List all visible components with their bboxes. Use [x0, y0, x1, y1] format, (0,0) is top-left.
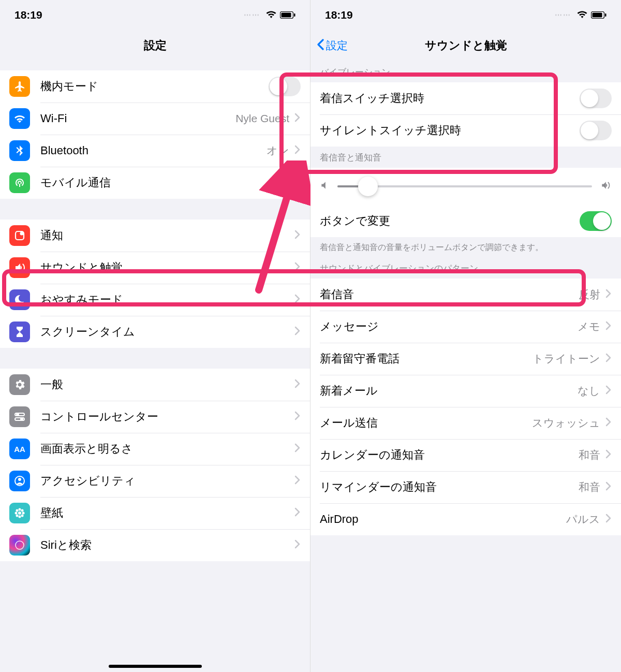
row-silent-switch[interactable]: サイレントスイッチ選択時	[310, 114, 621, 147]
svg-point-4	[20, 232, 24, 236]
row-display[interactable]: AA画面表示と明るさ	[0, 433, 310, 465]
status-right: ⋯⋯	[555, 11, 607, 19]
airplane-label: 機内モード	[40, 79, 269, 94]
flower-icon	[9, 503, 30, 523]
text-label: メッセージ	[320, 319, 578, 334]
ringer-header: 着信音と通知音	[310, 147, 621, 168]
row-ringtone[interactable]: 着信音反射	[310, 279, 621, 311]
row-bluetooth[interactable]: Bluetoothオン	[0, 135, 310, 167]
chevron-right-icon	[605, 321, 612, 332]
row-airdrop[interactable]: AirDropパルス	[310, 503, 621, 535]
row-button-change[interactable]: ボタンで変更	[310, 205, 621, 237]
battery-icon	[280, 11, 295, 19]
row-voicemail[interactable]: 新着留守番電話トライトーン	[310, 343, 621, 375]
wallpaper-label: 壁紙	[40, 505, 294, 521]
row-accessibility[interactable]: アクセシビリティ	[0, 465, 310, 497]
display-label: 画面表示と明るさ	[40, 441, 294, 457]
svg-point-21	[16, 541, 24, 549]
back-label: 設定	[326, 38, 348, 53]
page-title: サウンドと触覚	[425, 38, 507, 53]
newmail-value: なし	[578, 384, 600, 398]
siri-icon	[9, 535, 30, 556]
svg-rect-1	[282, 13, 291, 18]
home-indicator[interactable]	[109, 665, 202, 668]
svg-rect-23	[593, 13, 602, 18]
calendar-value: 和音	[579, 448, 600, 462]
silent-switch-toggle[interactable]	[580, 121, 612, 140]
settings-list[interactable]: 機内モードWi-FiNyle GuestBluetoothオンモバイル通信通知サ…	[0, 61, 310, 672]
moon-icon	[9, 289, 30, 310]
row-wallpaper[interactable]: 壁紙	[0, 497, 310, 529]
svg-point-6	[17, 414, 19, 416]
row-sounds[interactable]: サウンドと触覚	[0, 252, 310, 284]
chevron-right-icon	[294, 326, 301, 338]
bluetooth-value: オン	[267, 143, 289, 158]
sounds-list[interactable]: バイブレーション着信スイッチ選択時サイレントスイッチ選択時着信音と通知音ボタンで…	[310, 61, 621, 672]
text-value: メモ	[578, 319, 600, 334]
row-sentmail[interactable]: メール送信スウォッシュ	[310, 407, 621, 439]
row-reminder[interactable]: リマインダーの通知音和音	[310, 471, 621, 503]
row-wifi[interactable]: Wi-FiNyle Guest	[0, 103, 310, 135]
chevron-left-icon	[317, 39, 325, 53]
status-bar: 18:19 ⋯⋯	[0, 0, 310, 30]
chevron-right-icon	[605, 449, 612, 461]
notif-icon	[9, 225, 30, 246]
reminder-value: 和音	[579, 480, 600, 494]
settings-screen: 18:19 ⋯⋯ 設定 機内モードWi-FiNyle GuestBluetoot…	[0, 0, 310, 672]
row-dnd[interactable]: おやすみモード	[0, 284, 310, 316]
airplane-icon	[9, 76, 30, 97]
back-button[interactable]: 設定	[317, 38, 348, 53]
sentmail-value: スウォッシュ	[532, 416, 600, 430]
row-siri[interactable]: Siriと検索	[0, 529, 310, 561]
accessibility-label: アクセシビリティ	[40, 473, 294, 489]
status-time: 18:19	[325, 9, 353, 21]
svg-point-17	[16, 509, 19, 512]
newmail-label: 新着メール	[320, 383, 578, 399]
ring-switch-toggle[interactable]	[580, 89, 612, 108]
chevron-right-icon	[294, 539, 301, 551]
control-label: コントロールセンター	[40, 409, 294, 425]
switches-icon	[9, 406, 30, 427]
button-change-label: ボタンで変更	[320, 213, 580, 229]
siri-label: Siriと検索	[40, 537, 294, 553]
wifi-label: Wi-Fi	[40, 112, 235, 125]
chevron-right-icon	[605, 481, 612, 493]
silent-switch-label: サイレントスイッチ選択時	[320, 123, 580, 138]
ringtone-value: 反射	[579, 287, 600, 302]
airdrop-label: AirDrop	[320, 513, 566, 526]
status-bar: 18:19 ⋯⋯	[310, 0, 621, 30]
row-general[interactable]: 一般	[0, 369, 310, 401]
volume-low-icon	[320, 180, 330, 193]
row-screentime[interactable]: スクリーンタイム	[0, 316, 310, 348]
chevron-right-icon	[294, 113, 301, 124]
row-cellular[interactable]: モバイル通信	[0, 167, 310, 199]
volume-slider[interactable]	[337, 185, 592, 187]
svg-point-11	[18, 478, 21, 481]
row-airplane[interactable]: 機内モード	[0, 70, 310, 103]
bluetooth-icon	[9, 140, 30, 161]
dnd-label: おやすみモード	[40, 292, 294, 308]
svg-point-13	[19, 508, 21, 511]
row-notifications[interactable]: 通知	[0, 220, 310, 252]
row-text[interactable]: メッセージメモ	[310, 311, 621, 343]
svg-point-19	[16, 515, 19, 517]
row-calendar[interactable]: カレンダーの通知音和音	[310, 439, 621, 471]
wifi-icon	[576, 11, 588, 19]
voicemail-label: 新着留守番電話	[320, 351, 533, 367]
cellular-dots-icon: ⋯⋯	[244, 11, 260, 19]
general-label: 一般	[40, 377, 294, 392]
speaker-icon	[9, 257, 30, 278]
row-ring-switch[interactable]: 着信スイッチ選択時	[310, 82, 621, 114]
svg-point-20	[21, 515, 24, 517]
button-change-toggle[interactable]	[580, 211, 612, 231]
row-control[interactable]: コントロールセンター	[0, 401, 310, 433]
chevron-right-icon	[294, 475, 301, 487]
chevron-right-icon	[605, 353, 612, 364]
airplane-toggle[interactable]	[269, 77, 301, 96]
ringer-footer: 着信音と通知音の音量をボリュームボタンで調節できます。	[310, 237, 621, 257]
reminder-label: リマインダーの通知音	[320, 479, 579, 495]
chevron-right-icon	[605, 514, 612, 525]
svg-point-18	[21, 509, 24, 512]
row-newmail[interactable]: 新着メールなし	[310, 375, 621, 407]
svg-point-12	[18, 512, 21, 515]
